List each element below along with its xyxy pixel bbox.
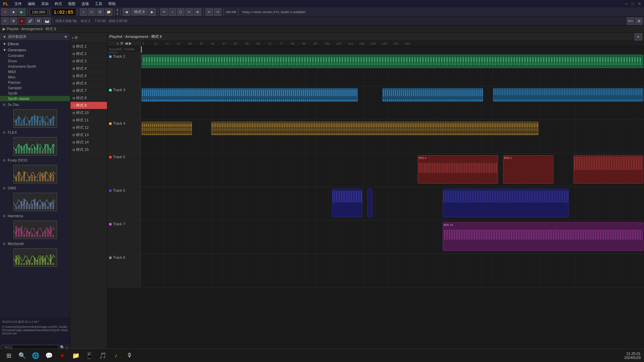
subcategory-synth-classic[interactable]: Synth classic: [0, 96, 70, 101]
subcategory-controller[interactable]: Controller: [0, 53, 70, 58]
track-4-block-2[interactable]: [211, 122, 538, 135]
track-8-content[interactable]: [141, 254, 644, 287]
track-6-block-2[interactable]: [443, 189, 569, 217]
minimize-button[interactable]: ─: [624, 1, 629, 6]
piano-button[interactable]: 🎹: [43, 17, 51, 25]
start-button[interactable]: ⊞: [3, 350, 14, 361]
play-button[interactable]: ▶: [18, 8, 25, 16]
preset-fruity-dx10[interactable]: ⚙ Fruity DX10: [0, 157, 70, 164]
track-3-block-3[interactable]: [493, 88, 643, 102]
ruler-scroll-right-icon[interactable]: ▶: [129, 41, 131, 46]
preset-flex[interactable]: ⚙ FLEX: [0, 129, 70, 136]
mixer-button[interactable]: ⬡: [88, 8, 96, 16]
track-5-content[interactable]: 样式 4 样式 4: [141, 154, 644, 187]
playlist-close-button[interactable]: ✕: [635, 33, 642, 41]
menu-view[interactable]: 视图: [67, 1, 77, 7]
maximize-button[interactable]: □: [630, 1, 635, 6]
pattern-item-3[interactable]: 样式 3: [70, 58, 107, 65]
taskbar-mic-icon[interactable]: 🎙: [124, 350, 135, 361]
taskbar-music-icon[interactable]: ♪: [111, 350, 121, 361]
track-2-content[interactable]: [141, 53, 644, 86]
pattern-item-12[interactable]: 样式 12: [70, 124, 107, 131]
pattern-item-13[interactable]: 样式 13: [70, 131, 107, 139]
taskbar-app2-icon[interactable]: 🎵: [97, 350, 108, 361]
preset-minisynth[interactable]: ⚙ MiniSynth: [0, 240, 70, 247]
plugin-browser-collapse-icon[interactable]: ▼: [3, 35, 6, 39]
browser-button[interactable]: 📁: [105, 8, 112, 16]
pattern-item-15[interactable]: 样式 15: [70, 146, 107, 154]
track-4-block-1[interactable]: [142, 122, 192, 135]
view-button[interactable]: ⊞: [635, 17, 643, 25]
track-6-block-small[interactable]: [367, 189, 372, 217]
taskbar-files-icon[interactable]: 📁: [70, 350, 81, 361]
category-generators[interactable]: ▼ Generators: [0, 47, 70, 53]
slice-tool[interactable]: ✂: [185, 8, 193, 16]
track-6-content[interactable]: [141, 187, 644, 220]
taskbar-browser-icon[interactable]: 🌐: [30, 350, 41, 361]
bpm-display[interactable]: 130.000: [30, 9, 47, 15]
track-4-content[interactable]: [141, 120, 644, 153]
subcategory-sampler[interactable]: Sampler: [0, 85, 70, 90]
undo-button[interactable]: ↩: [206, 8, 213, 16]
zoom-tool[interactable]: ⊕: [194, 8, 201, 16]
preset-3x-osc[interactable]: ⚙ 3x Osc: [0, 101, 70, 108]
menu-options[interactable]: 选项: [80, 1, 90, 7]
ruler-options-icon[interactable]: ⚙: [120, 41, 123, 46]
track-5-block-3[interactable]: [574, 155, 643, 184]
track-6-block-1[interactable]: [332, 189, 362, 217]
playlist-options-button[interactable]: ⚙: [10, 17, 17, 25]
redo-button[interactable]: ↪: [214, 8, 221, 16]
link-button[interactable]: 🔗: [26, 17, 34, 25]
menu-style[interactable]: 样式: [53, 1, 63, 7]
select-tool[interactable]: ↕: [169, 8, 176, 16]
pattern-item-5[interactable]: 样式 5: [70, 72, 107, 80]
pattern-item-4[interactable]: 样式 4: [70, 65, 107, 72]
ruler-add-icon[interactable]: +: [116, 42, 118, 46]
track-3-block-1[interactable]: [142, 88, 358, 102]
pattern-next-button[interactable]: ▶: [149, 8, 156, 16]
track-7-content[interactable]: 样式 15: [141, 221, 644, 254]
record-button[interactable]: ●: [1, 8, 9, 16]
pattern-item-1[interactable]: 样式 1: [70, 43, 107, 50]
track-3-block-2[interactable]: [382, 88, 483, 102]
track-3-content[interactable]: [141, 86, 644, 120]
pattern-item-2[interactable]: 样式 2: [70, 50, 107, 58]
taskbar-app1-icon[interactable]: 📱: [84, 350, 95, 361]
track-2-pattern-block[interactable]: [142, 55, 643, 68]
stop-button[interactable]: ■: [10, 8, 17, 16]
mute-button[interactable]: M: [35, 17, 42, 25]
draw-tool[interactable]: ✏: [160, 8, 168, 16]
track-5-block-1[interactable]: 样式 4: [418, 155, 498, 184]
menu-edit[interactable]: 编辑: [26, 1, 37, 7]
add-pattern-button[interactable]: +: [1, 17, 9, 25]
subcategory-misc[interactable]: Misc: [0, 74, 70, 80]
piano-roll-button[interactable]: ♪: [80, 8, 87, 16]
pattern-item-7[interactable]: 样式 7: [70, 87, 107, 95]
subcategory-midi[interactable]: MIDI: [0, 69, 70, 74]
category-effects[interactable]: ▼ Effects: [0, 41, 70, 47]
track-7-block-1[interactable]: 样式 15: [443, 222, 643, 251]
pattern-item-11[interactable]: 样式 11: [70, 117, 107, 124]
track-header-content[interactable]: [141, 46, 644, 53]
taskbar-wechat-icon[interactable]: 💬: [44, 350, 54, 361]
menu-add[interactable]: 添加: [40, 1, 50, 7]
pattern-item-14[interactable]: 样式 14: [70, 139, 107, 146]
pattern-prev-button[interactable]: ◀: [123, 8, 130, 16]
subcategory-patcher[interactable]: Patcher: [0, 80, 70, 85]
subcategory-drum[interactable]: Drum: [0, 58, 70, 64]
subcategory-synth[interactable]: Synth: [0, 90, 70, 96]
track-5-block-2[interactable]: 样式 4: [503, 155, 553, 184]
pattern-item-9[interactable]: 样式 9: [70, 102, 107, 109]
pattern-item-10[interactable]: 样式 10: [70, 109, 107, 117]
search-taskbar-icon[interactable]: 🔍: [17, 350, 28, 361]
channel-rack-button[interactable]: ☰: [97, 8, 104, 16]
record-notes-button[interactable]: ●: [18, 17, 25, 25]
preset-gms[interactable]: ⚙ GMS: [0, 185, 70, 191]
subcategory-instrument-synth[interactable]: Instrument-Synth: [0, 64, 70, 69]
ruler-scroll-left-icon[interactable]: ◀: [125, 41, 127, 46]
menu-file[interactable]: 文件: [13, 1, 23, 7]
pattern-label[interactable]: 样式 9: [131, 8, 148, 15]
pattern-item-6[interactable]: 样式 6: [70, 80, 107, 87]
taskbar-red-icon[interactable]: ●: [57, 350, 68, 361]
scrollback-button[interactable]: ⟵: [627, 17, 634, 25]
